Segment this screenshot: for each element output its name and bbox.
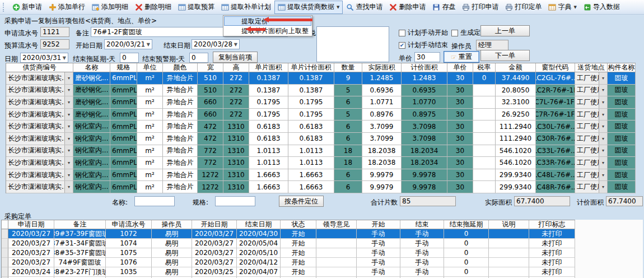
orders-table-cell[interactable]: 89#37-39F窗固玻 [54, 229, 106, 239]
main-table-cell[interactable]: 6mmPLE... [110, 85, 137, 97]
main-table-cell[interactable]: 660 [198, 109, 223, 121]
row-selector[interactable] [2, 248, 8, 258]
orders-table-cell[interactable] [489, 239, 529, 248]
orders-table-cell[interactable]: 开始 [281, 239, 316, 248]
main-table-cell[interactable]: 异地合片 [163, 145, 198, 157]
main-table-row[interactable]: 长沙市潇湘玻璃实...▾钢化室内...6mmPLE...m²异地合片127213… [6, 181, 636, 193]
orders-table-cell[interactable]: 2020/03/27 [192, 258, 237, 267]
main-table-cell[interactable]: 异地合片 [163, 181, 198, 193]
main-table-cell[interactable]: m² [137, 157, 163, 169]
column-header[interactable]: 数量 [334, 63, 362, 72]
main-table-cell[interactable]: 6mmPLE... [110, 157, 137, 169]
main-table-cell[interactable]: 18.2038 [362, 145, 402, 157]
main-table-cell[interactable]: 111.2940 [496, 121, 536, 133]
chevron-down-icon[interactable]: ▾ [599, 96, 607, 108]
main-table-cell[interactable]: 30 [447, 157, 473, 169]
orders-table-cell[interactable]: 88#35-37F窗固玻 [54, 248, 106, 258]
chevron-down-icon[interactable]: ▾ [599, 133, 607, 145]
orders-table-row[interactable]: 2020/03/2789#37-39F窗固玻1072易明2020/03/2720… [2, 229, 575, 239]
main-table-cell[interactable]: 3.7099 [362, 121, 402, 133]
column-header[interactable]: 开始 [357, 220, 400, 229]
main-table-cell[interactable]: 0.6183 [249, 121, 288, 133]
column-header[interactable]: 送货地点 [575, 63, 608, 72]
chevron-down-icon[interactable]: ▾ [64, 145, 73, 157]
main-table-cell[interactable]: 472 [198, 121, 223, 133]
main-table-cell[interactable]: 30 [447, 181, 473, 193]
main-table-cell[interactable]: 1.0771 [362, 96, 402, 109]
chevron-down-icon[interactable]: ▾ [64, 121, 73, 132]
orders-table-cell[interactable]: 手动 [357, 248, 400, 258]
main-table-cell[interactable]: 磨砂钢化... [73, 96, 110, 109]
column-header[interactable]: 供货商编号 [6, 63, 73, 72]
main-table-cell[interactable]: 510 [198, 85, 223, 97]
chevron-down-icon[interactable]: ▾ [599, 157, 607, 169]
toolbar-button-search[interactable]: 查找申请 [343, 1, 386, 14]
main-table-row[interactable]: 长沙市潇湘玻璃实...▾磨砂钢化...6mmPLE...m²异地合片660272… [6, 96, 636, 109]
orders-table-row[interactable]: 2020/03/2488#23-27F门顶玻1035易明2020/03/2520… [2, 267, 575, 277]
checkbox-check-icon[interactable]: ✔ [399, 42, 405, 49]
main-table-cell[interactable]: 工厂使用▾ [575, 169, 608, 182]
main-table-cell[interactable]: 30 [447, 72, 473, 85]
main-table-cell[interactable]: LC2R-76#-1F [536, 85, 575, 97]
orders-table-cell[interactable] [316, 248, 357, 258]
main-table-cell[interactable]: 9 [334, 72, 362, 85]
main-table-cell[interactable]: 工厂使用▾ [575, 85, 608, 97]
main-table-cell[interactable]: LC33L-76#... [536, 145, 575, 157]
column-header[interactable]: 单片面积 [249, 63, 288, 72]
main-table-cell[interactable]: 0.1795 [249, 96, 288, 109]
orders-table-cell[interactable]: 未打印 [529, 229, 575, 239]
orders-table-cell[interactable]: 0 [444, 229, 489, 239]
main-table-cell[interactable]: 工厂使用▾ [575, 157, 608, 169]
main-table-cell[interactable]: 固玻 [608, 96, 636, 109]
column-header[interactable]: 颜色 [163, 63, 198, 72]
main-table-cell[interactable]: 9.9978 [402, 181, 447, 193]
main-table-cell[interactable]: LC7L-76#-1FO [536, 96, 575, 109]
main-table-cell[interactable]: LC30R-76#... [536, 133, 575, 145]
orders-table-cell[interactable]: 1074 [106, 239, 152, 248]
main-table-cell[interactable]: 0.1795 [288, 96, 334, 109]
main-table-cell[interactable]: 0.8975 [402, 109, 447, 121]
orders-table-cell[interactable]: 手动 [357, 239, 400, 248]
main-table-cell[interactable]: 固玻 [608, 145, 636, 157]
orders-table-cell[interactable] [489, 258, 529, 267]
orders-table-cell[interactable]: 易明 [152, 267, 192, 277]
main-table-cell[interactable]: 钢化室内... [73, 181, 110, 193]
main-table-cell[interactable]: 546.1020 [496, 145, 536, 157]
main-table-cell[interactable]: 18.2034 [402, 145, 447, 157]
main-table-cell[interactable]: 异地合片 [163, 85, 198, 97]
main-table-cell[interactable]: 1.0113 [288, 157, 334, 169]
main-table-cell[interactable]: 异地合片 [163, 133, 198, 145]
main-table-cell[interactable]: 长沙市潇湘玻璃实...▾ [6, 157, 73, 169]
main-table-cell[interactable]: 1.6663 [249, 169, 288, 182]
orders-table-cell[interactable]: 手动 [357, 229, 400, 239]
main-table-cell[interactable]: 工厂使用▾ [575, 72, 608, 85]
main-table-cell[interactable]: 1310 [223, 121, 249, 133]
main-table-cell[interactable] [473, 121, 496, 133]
manual-start-checkbox[interactable]: 计划手动开始 [399, 28, 448, 38]
main-table-cell[interactable]: 1310 [223, 133, 249, 145]
main-table-cell[interactable]: 1.2485 [362, 72, 402, 85]
orders-table-cell[interactable]: 手动 [400, 229, 444, 239]
column-header[interactable]: 税率 [473, 63, 496, 72]
orders-table-cell[interactable]: 未打印 [529, 239, 575, 248]
row-selector[interactable] [2, 239, 8, 248]
main-table-cell[interactable]: 1.0113 [249, 157, 288, 169]
main-table-cell[interactable] [473, 133, 496, 145]
main-table-cell[interactable]: 钢化室内... [73, 169, 110, 182]
orders-table-cell[interactable] [489, 248, 529, 258]
main-table-cell[interactable] [473, 157, 496, 169]
reset-button[interactable]: ☞ 重置 [444, 51, 479, 63]
main-table-cell[interactable]: 9.9979 [362, 181, 402, 193]
orders-table-cell[interactable]: 0 [444, 258, 489, 267]
orders-table-cell[interactable]: 易明 [152, 229, 192, 239]
orders-table-cell[interactable]: 手动 [357, 258, 400, 267]
column-header[interactable]: 操作员 [152, 220, 192, 229]
main-table-cell[interactable]: 30 [447, 169, 473, 182]
main-table-cell[interactable]: 272 [223, 72, 249, 85]
chevron-down-icon[interactable]: ▾ [64, 96, 73, 108]
chevron-down-icon[interactable]: ▾ [64, 72, 73, 84]
main-table-cell[interactable]: 1310 [223, 169, 249, 182]
main-table-cell[interactable]: 长沙市潇湘玻璃实...▾ [6, 96, 73, 109]
main-table-row[interactable]: 长沙市潇湘玻璃实...▾磨砂钢化...6mmPLE...m²异地合片510272… [6, 72, 636, 85]
column-header[interactable]: 构件名称 [608, 63, 636, 72]
